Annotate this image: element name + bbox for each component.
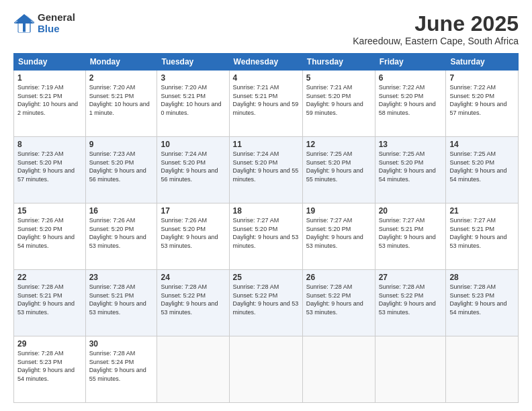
day-info: Sunrise: 7:27 AMSunset: 5:20 PMDaylight:… (306, 216, 371, 250)
calendar-cell: 15Sunrise: 7:26 AMSunset: 5:20 PMDayligh… (14, 203, 86, 270)
week-row-2: 8Sunrise: 7:23 AMSunset: 5:20 PMDaylight… (14, 137, 519, 203)
calendar-cell: 25Sunrise: 7:28 AMSunset: 5:22 PMDayligh… (229, 270, 302, 336)
day-number: 19 (306, 206, 371, 216)
day-info: Sunrise: 7:28 AMSunset: 5:21 PMDaylight:… (89, 283, 154, 316)
day-info: Sunrise: 7:27 AMSunset: 5:21 PMDaylight:… (379, 216, 443, 250)
day-info: Sunrise: 7:28 AMSunset: 5:24 PMDaylight:… (89, 349, 154, 383)
day-number: 27 (379, 273, 443, 282)
day-number: 14 (449, 140, 515, 149)
svg-rect-3 (19, 24, 23, 32)
day-number: 4 (233, 73, 299, 83)
weekday-header-monday: Monday (85, 54, 157, 71)
calendar-cell: 29Sunrise: 7:28 AMSunset: 5:23 PMDayligh… (14, 336, 86, 403)
day-number: 1 (17, 73, 82, 83)
calendar-cell: 13Sunrise: 7:25 AMSunset: 5:20 PMDayligh… (375, 137, 446, 203)
day-info: Sunrise: 7:28 AMSunset: 5:22 PMDaylight:… (306, 283, 371, 316)
week-row-1: 1Sunrise: 7:19 AMSunset: 5:21 PMDaylight… (14, 71, 519, 137)
calendar-cell: 22Sunrise: 7:28 AMSunset: 5:21 PMDayligh… (14, 270, 86, 336)
calendar-table: SundayMondayTuesdayWednesdayThursdayFrid… (13, 53, 519, 403)
day-number: 3 (161, 73, 225, 83)
day-info: Sunrise: 7:20 AMSunset: 5:21 PMDaylight:… (161, 83, 225, 117)
svg-rect-4 (26, 24, 30, 32)
calendar-cell (375, 336, 446, 403)
day-info: Sunrise: 7:23 AMSunset: 5:20 PMDaylight:… (17, 150, 82, 183)
day-number: 16 (89, 206, 154, 216)
day-number: 26 (306, 273, 371, 282)
day-number: 10 (161, 140, 225, 149)
weekday-header-tuesday: Tuesday (157, 54, 229, 71)
day-number: 12 (306, 140, 371, 149)
day-number: 21 (449, 206, 515, 216)
day-info: Sunrise: 7:28 AMSunset: 5:22 PMDaylight:… (233, 283, 299, 316)
day-info: Sunrise: 7:20 AMSunset: 5:21 PMDaylight:… (89, 83, 154, 117)
calendar-cell: 4Sunrise: 7:21 AMSunset: 5:21 PMDaylight… (229, 71, 302, 137)
title-block: June 2025 Kareedouw, Eastern Cape, South… (353, 12, 519, 46)
day-info: Sunrise: 7:25 AMSunset: 5:20 PMDaylight:… (306, 150, 371, 183)
week-row-5: 29Sunrise: 7:28 AMSunset: 5:23 PMDayligh… (14, 336, 519, 403)
logo-icon (13, 14, 35, 33)
day-info: Sunrise: 7:19 AMSunset: 5:21 PMDaylight:… (17, 83, 82, 117)
weekday-header-sunday: Sunday (14, 54, 86, 71)
calendar-cell: 17Sunrise: 7:26 AMSunset: 5:20 PMDayligh… (157, 203, 229, 270)
day-number: 5 (306, 73, 371, 83)
logo-blue-label: Blue (38, 24, 75, 35)
day-info: Sunrise: 7:22 AMSunset: 5:20 PMDaylight:… (449, 83, 515, 117)
logo-text: General Blue (38, 12, 75, 34)
day-number: 9 (89, 140, 154, 149)
day-number: 23 (89, 273, 154, 282)
calendar-cell: 7Sunrise: 7:22 AMSunset: 5:20 PMDaylight… (446, 71, 519, 137)
weekday-header-friday: Friday (375, 54, 446, 71)
calendar-cell: 1Sunrise: 7:19 AMSunset: 5:21 PMDaylight… (14, 71, 86, 137)
calendar-cell: 11Sunrise: 7:24 AMSunset: 5:20 PMDayligh… (229, 137, 302, 203)
calendar-cell: 6Sunrise: 7:22 AMSunset: 5:20 PMDaylight… (375, 71, 446, 137)
day-info: Sunrise: 7:28 AMSunset: 5:21 PMDaylight:… (17, 283, 82, 316)
calendar-cell: 10Sunrise: 7:24 AMSunset: 5:20 PMDayligh… (157, 137, 229, 203)
calendar-cell (302, 336, 375, 403)
week-row-3: 15Sunrise: 7:26 AMSunset: 5:20 PMDayligh… (14, 203, 519, 270)
day-number: 24 (161, 273, 225, 282)
day-number: 17 (161, 206, 225, 216)
day-number: 6 (379, 73, 443, 83)
calendar-cell: 5Sunrise: 7:21 AMSunset: 5:20 PMDaylight… (302, 71, 375, 137)
day-info: Sunrise: 7:25 AMSunset: 5:20 PMDaylight:… (449, 150, 515, 183)
calendar-cell: 16Sunrise: 7:26 AMSunset: 5:20 PMDayligh… (85, 203, 157, 270)
day-info: Sunrise: 7:21 AMSunset: 5:21 PMDaylight:… (233, 83, 299, 117)
day-info: Sunrise: 7:24 AMSunset: 5:20 PMDaylight:… (161, 150, 225, 183)
calendar-cell: 18Sunrise: 7:27 AMSunset: 5:20 PMDayligh… (229, 203, 302, 270)
day-number: 22 (17, 273, 82, 282)
weekday-header-row: SundayMondayTuesdayWednesdayThursdayFrid… (14, 54, 519, 71)
day-info: Sunrise: 7:26 AMSunset: 5:20 PMDaylight:… (17, 216, 82, 250)
calendar-cell: 9Sunrise: 7:23 AMSunset: 5:20 PMDaylight… (85, 137, 157, 203)
calendar-cell: 28Sunrise: 7:28 AMSunset: 5:23 PMDayligh… (446, 270, 519, 336)
header: General Blue June 2025 Kareedouw, Easter… (13, 12, 519, 46)
day-number: 25 (233, 273, 299, 282)
calendar-cell (446, 336, 519, 403)
day-info: Sunrise: 7:28 AMSunset: 5:22 PMDaylight:… (161, 283, 225, 316)
calendar-cell: 20Sunrise: 7:27 AMSunset: 5:21 PMDayligh… (375, 203, 446, 270)
day-number: 11 (233, 140, 299, 149)
weekday-header-thursday: Thursday (302, 54, 375, 71)
day-number: 29 (17, 339, 82, 349)
day-info: Sunrise: 7:26 AMSunset: 5:20 PMDaylight:… (161, 216, 225, 250)
day-number: 8 (17, 140, 82, 149)
day-info: Sunrise: 7:28 AMSunset: 5:22 PMDaylight:… (379, 283, 443, 316)
calendar-cell: 27Sunrise: 7:28 AMSunset: 5:22 PMDayligh… (375, 270, 446, 336)
day-info: Sunrise: 7:22 AMSunset: 5:20 PMDaylight:… (379, 83, 443, 117)
location: Kareedouw, Eastern Cape, South Africa (353, 36, 519, 46)
calendar-cell: 12Sunrise: 7:25 AMSunset: 5:20 PMDayligh… (302, 137, 375, 203)
day-info: Sunrise: 7:24 AMSunset: 5:20 PMDaylight:… (233, 150, 299, 183)
day-info: Sunrise: 7:27 AMSunset: 5:20 PMDaylight:… (233, 216, 299, 250)
day-number: 13 (379, 140, 443, 149)
week-row-4: 22Sunrise: 7:28 AMSunset: 5:21 PMDayligh… (14, 270, 519, 336)
calendar-cell (157, 336, 229, 403)
day-number: 15 (17, 206, 82, 216)
calendar-cell: 23Sunrise: 7:28 AMSunset: 5:21 PMDayligh… (85, 270, 157, 336)
day-info: Sunrise: 7:25 AMSunset: 5:20 PMDaylight:… (379, 150, 443, 183)
page: General Blue June 2025 Kareedouw, Easter… (0, 0, 532, 411)
weekday-header-wednesday: Wednesday (229, 54, 302, 71)
month-title: June 2025 (353, 12, 519, 36)
weekday-header-saturday: Saturday (446, 54, 519, 71)
calendar-cell: 21Sunrise: 7:27 AMSunset: 5:21 PMDayligh… (446, 203, 519, 270)
day-info: Sunrise: 7:28 AMSunset: 5:23 PMDaylight:… (17, 349, 82, 383)
day-info: Sunrise: 7:23 AMSunset: 5:20 PMDaylight:… (89, 150, 154, 183)
